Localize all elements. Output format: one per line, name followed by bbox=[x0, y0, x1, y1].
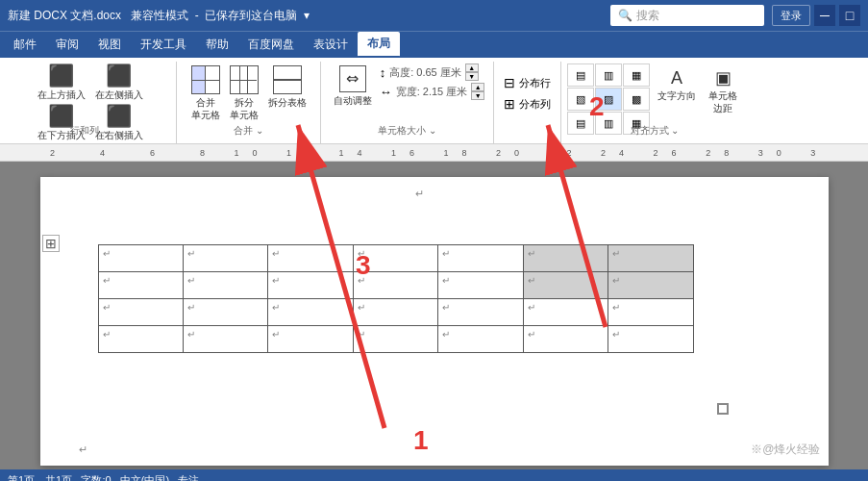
table-cell[interactable]: ↵ bbox=[523, 272, 608, 299]
table-cell[interactable]: ↵ bbox=[608, 326, 693, 353]
table-cell[interactable]: ↵ bbox=[353, 272, 437, 299]
table-move-handle[interactable]: ⊞ bbox=[42, 235, 60, 252]
search-box[interactable]: 🔍 搜索 bbox=[610, 5, 764, 26]
align-mid-right-btn[interactable]: ▩ bbox=[623, 88, 650, 111]
table-cell[interactable]: ↵ bbox=[353, 245, 437, 272]
menu-help[interactable]: 帮助 bbox=[196, 33, 238, 57]
menu-review[interactable]: 审阅 bbox=[46, 33, 88, 57]
table-cell[interactable]: ↵ bbox=[353, 299, 437, 326]
table-cell[interactable]: ↵ bbox=[183, 245, 267, 272]
table-resize-handle[interactable] bbox=[717, 403, 729, 415]
ribbon-group-distribute: ⊟ 分布行 ⊞ 分布列 bbox=[494, 62, 561, 143]
table-row: ↵ ↵ ↵ ↵ ↵ ↵ ↵ bbox=[98, 245, 693, 272]
split-table-button[interactable]: 拆分表格 bbox=[264, 63, 310, 111]
table-cell[interactable]: ↵ bbox=[438, 272, 523, 299]
search-icon: 🔍 bbox=[618, 9, 632, 22]
para-mark-bottom: ↵ bbox=[79, 443, 87, 456]
width-up-button[interactable]: ▲ bbox=[471, 83, 484, 91]
row-col-label: 行和列 ⌄ bbox=[4, 122, 176, 140]
height-down-button[interactable]: ▼ bbox=[465, 72, 479, 81]
split-cells-button[interactable]: 拆分单元格 bbox=[226, 63, 262, 123]
align-mid-center-btn[interactable]: ▨ bbox=[595, 88, 622, 111]
maximize-button[interactable]: □ bbox=[839, 5, 860, 26]
merge-cells-label: 合并单元格 bbox=[191, 96, 220, 121]
table-cell[interactable]: ↵ bbox=[438, 245, 523, 272]
table-row: ↵ ↵ ↵ ↵ ↵ ↵ ↵ bbox=[98, 272, 693, 299]
auto-adjust-button[interactable]: ⇔ 自动调整 bbox=[330, 63, 376, 109]
document-table: ↵ ↵ ↵ ↵ ↵ ↵ ↵ ↵ ↵ ↵ ↵ ↵ ↵ ↵ ↵ ↵ ↵ ↵ bbox=[98, 244, 694, 353]
distribute-rows-icon: ⊟ bbox=[504, 75, 515, 90]
distribute-label bbox=[494, 136, 560, 140]
table-cell[interactable]: ↵ bbox=[268, 326, 353, 353]
minimize-button[interactable]: ─ bbox=[814, 5, 835, 26]
document-area: ↵ ⊞ ↵ ↵ ↵ ↵ ↵ ↵ ↵ ↵ ↵ ↵ ↵ ↵ ↵ ↵ bbox=[0, 162, 868, 469]
table-cell[interactable]: ↵ bbox=[608, 245, 693, 272]
table-cell[interactable]: ↵ bbox=[183, 299, 267, 326]
align-top-left-btn[interactable]: ▤ bbox=[567, 63, 594, 87]
distribute-buttons: ⊟ 分布行 ⊞ 分布列 bbox=[500, 73, 555, 114]
text-direction-label: 文字方向 bbox=[657, 89, 696, 102]
align-mid-left-btn[interactable]: ▧ bbox=[567, 88, 594, 111]
menu-layout[interactable]: 布局 bbox=[358, 32, 400, 58]
table-cell[interactable]: ↵ bbox=[438, 326, 523, 353]
login-button[interactable]: 登录 bbox=[772, 5, 810, 26]
width-down-button[interactable]: ▼ bbox=[471, 91, 484, 100]
doc-page: ↵ ⊞ ↵ ↵ ↵ ↵ ↵ ↵ ↵ ↵ ↵ ↵ ↵ ↵ ↵ ↵ bbox=[40, 177, 829, 466]
compat-mode: 兼容性模式 bbox=[131, 9, 188, 22]
table-cell[interactable]: ↵ bbox=[608, 272, 693, 299]
insert-left-icon: ⬛ bbox=[106, 65, 132, 87]
insert-above-icon: ⬛ bbox=[48, 65, 74, 87]
insert-above-label: 在上方插入 bbox=[37, 89, 86, 101]
table-cell[interactable]: ↵ bbox=[183, 272, 267, 299]
distribute-rows-button[interactable]: ⊟ 分布行 bbox=[500, 73, 555, 92]
text-direction-icon: A bbox=[671, 67, 682, 89]
table-cell[interactable]: ↵ bbox=[183, 326, 267, 353]
menu-baidu[interactable]: 百度网盘 bbox=[238, 33, 304, 57]
search-placeholder: 搜索 bbox=[636, 8, 659, 24]
distribute-cols-button[interactable]: ⊞ 分布列 bbox=[500, 94, 555, 114]
merge-cells-button[interactable]: 合并单元格 bbox=[187, 63, 224, 123]
text-direction-button[interactable]: A 文字方向 bbox=[654, 65, 700, 104]
ribbon-group-cell-size: ⇔ 自动调整 ↕ 高度: 0.65 厘米 ▲ ▼ ↔ 宽度: 2.15 厘米 ▲ bbox=[321, 62, 494, 143]
height-label: 高度: 0.65 厘米 bbox=[389, 65, 461, 80]
distribute-rows-label: 分布行 bbox=[519, 76, 551, 90]
table-cell[interactable]: ↵ bbox=[268, 272, 353, 299]
menu-view[interactable]: 视图 bbox=[88, 33, 131, 57]
insert-left-label: 在左侧插入 bbox=[95, 89, 143, 101]
cell-size-fields: ↕ 高度: 0.65 厘米 ▲ ▼ ↔ 宽度: 2.15 厘米 ▲ ▼ bbox=[380, 63, 485, 100]
table-cell[interactable]: ↵ bbox=[98, 272, 183, 299]
distribute-cols-label: 分布列 bbox=[519, 97, 551, 112]
table-row: ↵ ↵ ↵ ↵ ↵ ↵ ↵ bbox=[98, 299, 693, 326]
table-cell[interactable]: ↵ bbox=[353, 326, 437, 353]
insert-above-button[interactable]: ⬛ 在上方插入 bbox=[34, 63, 89, 103]
align-top-right-btn[interactable]: ▦ bbox=[623, 63, 650, 87]
width-label: 宽度: 2.15 厘米 bbox=[396, 85, 468, 99]
height-up-button[interactable]: ▲ bbox=[465, 63, 479, 72]
insert-left-button[interactable]: ⬛ 在左侧插入 bbox=[91, 63, 147, 103]
split-table-label: 拆分表格 bbox=[268, 96, 307, 109]
table-cell[interactable]: ↵ bbox=[268, 299, 353, 326]
menu-mail[interactable]: 邮件 bbox=[4, 33, 46, 57]
table-cell[interactable]: ↵ bbox=[438, 299, 523, 326]
watermark: ※@烽火经验 bbox=[751, 442, 820, 458]
cell-margin-button[interactable]: ▣ 单元格边距 bbox=[704, 65, 742, 116]
menu-devtools[interactable]: 开发工具 bbox=[131, 33, 196, 57]
status-bar: 第1页，共1页 字数:0 中文(中国) 专注 bbox=[0, 469, 868, 481]
table-cell[interactable]: ↵ bbox=[523, 245, 608, 272]
table-cell[interactable]: ↵ bbox=[98, 299, 183, 326]
table-cell[interactable]: ↵ bbox=[608, 299, 693, 326]
table-cell[interactable]: ↵ bbox=[523, 326, 608, 353]
align-top-center-btn[interactable]: ▥ bbox=[595, 63, 622, 87]
table-row: ↵ ↵ ↵ ↵ ↵ ↵ ↵ bbox=[98, 326, 693, 353]
table-cell[interactable]: ↵ bbox=[98, 245, 183, 272]
menu-table-design[interactable]: 表设计 bbox=[304, 33, 358, 57]
table-cell[interactable]: ↵ bbox=[268, 245, 353, 272]
cell-margin-label: 单元格边距 bbox=[708, 89, 737, 114]
menu-bar: 邮件 审阅 视图 开发工具 帮助 百度网盘 表设计 布局 bbox=[0, 31, 868, 58]
width-row: ↔ 宽度: 2.15 厘米 ▲ ▼ bbox=[380, 83, 485, 100]
ribbon-group-row-col: ⬛ 在上方插入 ⬛ 在下方插入 ⬛ 在左侧插入 ⬛ 在右侧插入 行和列 ⌄ bbox=[4, 62, 177, 143]
table-cell[interactable]: ↵ bbox=[523, 299, 608, 326]
table-cell[interactable]: ↵ bbox=[98, 326, 183, 353]
cell-margin-icon: ▣ bbox=[715, 67, 732, 89]
saved-status: 已保存到这台电脑 bbox=[205, 9, 297, 22]
